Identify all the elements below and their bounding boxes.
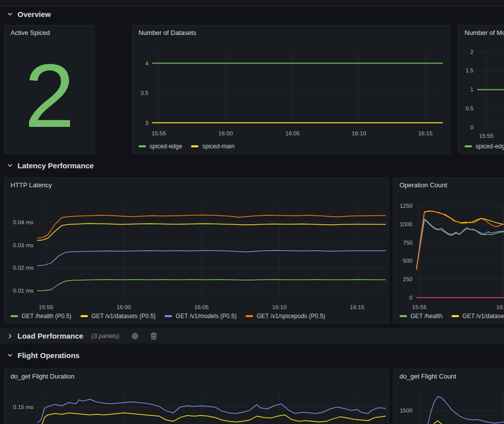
legend-item[interactable]: GET /health: [400, 313, 442, 320]
legend-label: spiced-main: [202, 143, 234, 150]
legend-swatch: [164, 315, 172, 317]
series-line: [38, 280, 386, 291]
legend-swatch: [400, 315, 407, 317]
top-toolbar-edge: [0, 0, 504, 6]
x-tick-label: 16:00: [218, 130, 233, 136]
chart-legend: spiced-edgespiced-main: [132, 139, 450, 153]
gear-icon[interactable]: [131, 332, 139, 340]
panel-http-latency: HTTP Latency 15:5516:0016:0516:1016:150.…: [4, 177, 389, 324]
panel-title[interactable]: Active Spiced: [4, 25, 94, 42]
y-tick-label: 250: [403, 276, 412, 282]
x-tick-label: 15:55: [479, 133, 494, 139]
chart-canvas[interactable]: 15:5516:0016:0516:1016:150.01 ms0.02 ms0…: [4, 194, 388, 309]
y-tick-label: 3: [146, 120, 148, 126]
legend-swatch: [246, 315, 253, 317]
y-tick-label: 2: [470, 49, 474, 55]
x-tick-label: 15:55: [39, 304, 54, 309]
series-line: [416, 219, 504, 269]
legend-swatch: [452, 315, 459, 317]
http_latency-svg: 15:5516:0016:0516:1016:150.01 ms0.02 ms0…: [4, 194, 388, 309]
y-tick-label: 0.5: [466, 105, 474, 111]
x-tick-label: 16:10: [352, 130, 366, 136]
chart-canvas[interactable]: 15:5516:0016:0516:1016:1533.54: [132, 42, 450, 139]
panel-flight-count: do_get Flight Count 1500: [393, 369, 504, 424]
legend-item[interactable]: GET /v1/datasets (P0.5): [80, 313, 156, 320]
chevron-down-icon: [7, 11, 13, 17]
legend-swatch: [10, 315, 18, 317]
section-title: Flight Operations: [18, 351, 80, 360]
panel-number-of-datasets: Number of Datasets 15:5516:0016:0516:101…: [132, 25, 450, 154]
panel-title[interactable]: Number of Models: [458, 25, 504, 42]
x-tick-label: 15:55: [412, 304, 426, 309]
legend-label: GET /v1/datasets (P0.5): [92, 313, 156, 320]
panel-active-spiced: Active Spiced 2: [4, 25, 95, 154]
y-tick-label: 3.5: [140, 90, 148, 96]
legend-swatch: [464, 145, 472, 147]
legend-label: GET /v1/datasets: [462, 313, 504, 320]
chart-canvas[interactable]: 15:5516:00025050075010001250: [394, 194, 504, 309]
number_of_models-svg: 15:5516:0000.511.52: [458, 42, 504, 139]
legend-label: spiced-edge: [476, 143, 504, 150]
x-tick-label: 16:05: [194, 304, 209, 309]
flight_duration-svg: 0.15 ms: [4, 386, 388, 424]
section-title: Latency Performance: [18, 161, 94, 170]
flight_count-svg: 1500: [394, 386, 504, 424]
legend-item[interactable]: GET /health (P0.5): [10, 313, 72, 320]
chart-legend: spiced-edge: [458, 139, 504, 153]
chart-canvas[interactable]: 15:5516:0000.511.52: [458, 42, 504, 139]
legend-label: spiced-edge: [150, 143, 182, 150]
legend-label: GET /health (P0.5): [22, 313, 72, 320]
section-header-flight-operations[interactable]: Flight Operations: [7, 348, 80, 362]
y-tick-label: 4: [146, 60, 149, 66]
series-line: [38, 413, 386, 424]
series-line: [416, 211, 504, 269]
y-tick-label: 0.04 ms: [13, 219, 34, 225]
y-tick-label: 0: [410, 295, 412, 301]
series-line: [416, 220, 504, 269]
legend-item[interactable]: GET /v1/datasets: [452, 313, 504, 320]
panel-title[interactable]: Number of Datasets: [132, 25, 450, 42]
section-title: Load Performance: [18, 332, 84, 340]
grafana-dashboard: { "ui": { "sections": { "overview": { "l…: [0, 0, 504, 424]
chart-legend: GET /health (P0.5)GET /v1/datasets (P0.5…: [4, 309, 388, 323]
legend-item[interactable]: spiced-main: [191, 143, 234, 150]
y-tick-label: 0.03 ms: [13, 242, 34, 248]
y-tick-label: 1500: [400, 408, 412, 414]
x-tick-label: 16:00: [116, 304, 131, 309]
chart-legend: GET /healthGET /v1/datasets: [394, 309, 504, 323]
y-tick-label: 1: [470, 86, 474, 92]
section-header-overview[interactable]: Overview: [7, 7, 51, 21]
legend-swatch: [80, 315, 88, 317]
x-tick-label: 15:55: [152, 130, 166, 136]
section-header-load-performance[interactable]: Load Performance (3 panels): [0, 328, 504, 344]
chevron-down-icon: [7, 162, 13, 168]
section-header-latency-performance[interactable]: Latency Performance: [7, 158, 94, 172]
panel-title[interactable]: do_get Flight Duration: [4, 369, 388, 386]
chart-canvas[interactable]: 0.15 ms: [4, 386, 388, 424]
trash-icon[interactable]: [150, 332, 158, 340]
legend-swatch: [138, 145, 146, 147]
series-line: [38, 251, 386, 266]
operation_count-svg: 15:5516:00025050075010001250: [394, 194, 504, 309]
x-tick-label: 16:05: [286, 130, 300, 136]
series-line: [416, 211, 504, 269]
y-tick-label: 1.5: [466, 67, 474, 73]
y-tick-label: 0.02 ms: [13, 265, 34, 271]
panel-title[interactable]: HTTP Latency: [4, 178, 388, 194]
y-tick-label: 750: [403, 240, 412, 246]
legend-item[interactable]: spiced-edge: [464, 143, 504, 150]
panel-flight-duration: do_get Flight Duration 0.15 ms: [4, 369, 389, 424]
y-tick-label: 1250: [400, 203, 412, 209]
y-tick-label: 0: [470, 124, 474, 130]
panel-title[interactable]: do_get Flight Count: [394, 369, 504, 386]
panel-title[interactable]: Operation Count: [394, 178, 504, 194]
y-tick-label: 500: [403, 258, 412, 264]
number_of_datasets-svg: 15:5516:0016:0516:1016:1533.54: [132, 42, 448, 139]
legend-label: GET /v1/models (P0.5): [176, 313, 236, 320]
chart-canvas[interactable]: 1500: [394, 386, 504, 424]
series-line: [38, 215, 386, 238]
legend-item[interactable]: GET /v1/models (P0.5): [164, 313, 236, 320]
y-tick-label: 0.01 ms: [13, 288, 34, 294]
legend-item[interactable]: spiced-edge: [138, 143, 182, 150]
legend-item[interactable]: GET /v1/spicepods (P0.5): [246, 313, 325, 320]
